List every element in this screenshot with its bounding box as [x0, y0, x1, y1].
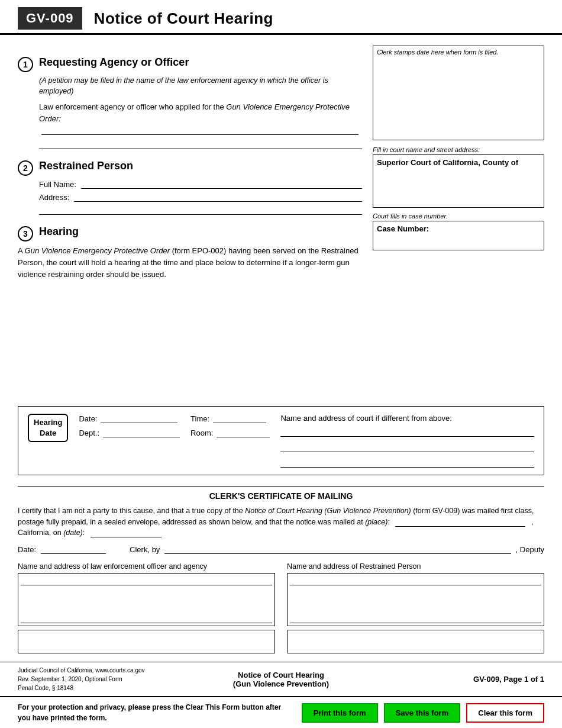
- case-number-input[interactable]: [377, 236, 540, 244]
- section3-italic: Gun Violence Emergency Protective Order: [25, 246, 170, 255]
- footer-left-line3: Penal Code, § 18148: [18, 684, 189, 692]
- hearing-court-line1: [280, 426, 534, 437]
- address-input1[interactable]: [74, 192, 362, 202]
- print-button[interactable]: Print this form: [302, 703, 378, 723]
- law-address-input3[interactable]: [18, 630, 274, 644]
- footer-center-line1: Notice of Court Hearing: [195, 671, 367, 679]
- clerk-cert-colon: :: [83, 529, 85, 537]
- restrained-address-section: Name and address of Restrained Person: [287, 562, 544, 653]
- hearing-court-diff-label: Name and address of court if different f…: [280, 414, 534, 423]
- hearing-right: Name and address of court if different f…: [280, 414, 534, 468]
- clerk-cert-text1: I certify that I am not a party to this …: [18, 507, 245, 515]
- case-number-label: Court fills in case number.: [373, 212, 544, 220]
- address-boxes: Name and address of law enforcement offi…: [18, 562, 544, 653]
- section1-agency-input[interactable]: [41, 125, 358, 135]
- action-buttons: Print this form Save this form Clear thi…: [302, 703, 544, 723]
- form-title: Notice of Court Hearing: [94, 9, 273, 28]
- section1-label-text: Law enforcement agency or officer who ap…: [39, 102, 350, 123]
- clerk-date-on-input[interactable]: [91, 528, 162, 537]
- clerk-deputy-label: , Deputy: [516, 545, 544, 554]
- restrained-address-input3[interactable]: [288, 630, 544, 644]
- clerk-place-input[interactable]: [395, 517, 525, 527]
- clerk-cert-italic: Notice of Court Hearing (Gun Violence Pr…: [245, 507, 411, 515]
- clerk-by-input[interactable]: [164, 545, 511, 554]
- fill-court-label: Fill in court name and street address:: [373, 146, 544, 153]
- hearing-box: Hearing Date Date: Dept.: Time:: [18, 406, 544, 475]
- clerk-cert-date-italic: (date): [63, 529, 83, 537]
- address-row1: Address:: [39, 192, 362, 202]
- hearing-inner: Hearing Date Date: Dept.: Time:: [28, 414, 534, 468]
- main-content: 1 Requesting Agency or Officer (A petiti…: [0, 35, 562, 406]
- clerk-section: CLERK'S CERTIFICATE OF MAILING I certify…: [18, 486, 544, 662]
- section1-title: Requesting Agency or Officer: [39, 56, 189, 69]
- law-address-outer-box: [18, 573, 275, 626]
- hearing-right-lines: [280, 426, 534, 468]
- restrained-address-input1[interactable]: [290, 576, 541, 585]
- law-enforcement-address-section: Name and address of law enforcement offi…: [18, 562, 275, 653]
- section1-agency-line2: [39, 138, 362, 149]
- hearing-court-line3: [280, 457, 534, 468]
- hearing-room-row: Room:: [190, 428, 270, 437]
- hearing-time-room-fields: Time: Room:: [190, 414, 270, 437]
- section2-header: 2 Restrained Person: [18, 160, 362, 176]
- left-column: 1 Requesting Agency or Officer (A petiti…: [18, 46, 362, 406]
- clerk-cert-place: (place): [365, 518, 387, 526]
- form-number: GV-009: [18, 7, 82, 30]
- section3-header: 3 Hearing: [18, 226, 362, 241]
- law-enforcement-address-label: Name and address of law enforcement offi…: [18, 562, 275, 571]
- hearing-dept-row: Dept.:: [79, 428, 180, 437]
- hearing-time-input[interactable]: [213, 414, 266, 423]
- hearing-room-label: Room:: [190, 429, 213, 437]
- hearing-room-input[interactable]: [217, 428, 270, 437]
- clerk-date-label: Date:: [18, 545, 36, 554]
- clerk-stamp-box: Clerk stamps date here when form is file…: [373, 46, 544, 140]
- section1-italic-note: (A petition may be filed in the name of …: [39, 76, 362, 96]
- clerk-by-label: Clerk, by: [130, 545, 160, 554]
- section3-text: A Gun Violence Emergency Protective Orde…: [18, 245, 362, 281]
- law-address-input1[interactable]: [21, 576, 272, 585]
- section1-circle: 1: [18, 57, 33, 72]
- clerk-cert-text3: :: [387, 518, 389, 526]
- hearing-court-line2: [280, 442, 534, 452]
- form-header: GV-009 Notice of Court Hearing: [0, 0, 562, 35]
- hearing-badge-line2: Date: [40, 429, 56, 437]
- section2-circle: 2: [18, 160, 33, 176]
- hearing-dept-label: Dept.:: [79, 429, 99, 437]
- action-bar-text: For your protection and privacy, please …: [18, 702, 295, 723]
- restrained-address-label: Name and address of Restrained Person: [287, 562, 544, 571]
- full-name-row: Full Name:: [39, 179, 362, 189]
- hearing-dept-input[interactable]: [103, 428, 180, 437]
- hearing-date-label: Date:: [79, 414, 97, 423]
- hearing-date-row: Date:: [79, 414, 180, 423]
- page: GV-009 Notice of Court Hearing 1 Request…: [0, 0, 562, 728]
- hearing-date-input[interactable]: [101, 414, 177, 423]
- case-number-box: Case Number:: [373, 221, 544, 250]
- law-address-inner-box: [18, 630, 275, 653]
- case-number-bold: Case Number:: [377, 224, 540, 233]
- clerk-stamp-label: Clerk stamps date here when form is file…: [377, 49, 540, 56]
- clerk-cert-text: I certify that I am not a party to this …: [18, 505, 544, 539]
- full-name-input[interactable]: [81, 179, 362, 189]
- court-name-bold: Superior Court of California, County of: [377, 158, 540, 167]
- clear-button[interactable]: Clear this form: [466, 703, 544, 723]
- save-button[interactable]: Save this form: [384, 703, 461, 723]
- footer-left-line1: Judicial Council of California, www.cour…: [18, 666, 189, 675]
- section3-title: Hearing: [39, 226, 79, 238]
- hearing-section: Hearing Date Date: Dept.: Time:: [0, 406, 562, 486]
- hearing-time-row: Time:: [190, 414, 270, 423]
- footer-bar: Judicial Council of California, www.cour…: [0, 662, 562, 696]
- section3-paragraph: A Gun Violence Emergency Protective Orde…: [18, 245, 362, 281]
- court-name-input[interactable]: [377, 169, 540, 178]
- law-address-input2[interactable]: [21, 614, 272, 623]
- clerk-date-row: Date: Clerk, by , Deputy: [18, 545, 544, 554]
- section1-field-label: Law enforcement agency or officer who ap…: [39, 101, 362, 149]
- section2-title: Restrained Person: [39, 160, 133, 172]
- footer-right-text: GV-009, Page 1 of 1: [473, 675, 544, 684]
- restrained-address-inner-box: [287, 630, 544, 653]
- restrained-address-input2[interactable]: [290, 614, 541, 623]
- address-input2[interactable]: [39, 205, 362, 215]
- clerk-cert-title: CLERK'S CERTIFICATE OF MAILING: [18, 491, 544, 501]
- clerk-date-input[interactable]: [41, 545, 106, 554]
- footer-left-line2: Rev. September 1, 2020, Optional Form: [18, 675, 189, 684]
- footer-right: GV-009, Page 1 of 1: [373, 666, 544, 692]
